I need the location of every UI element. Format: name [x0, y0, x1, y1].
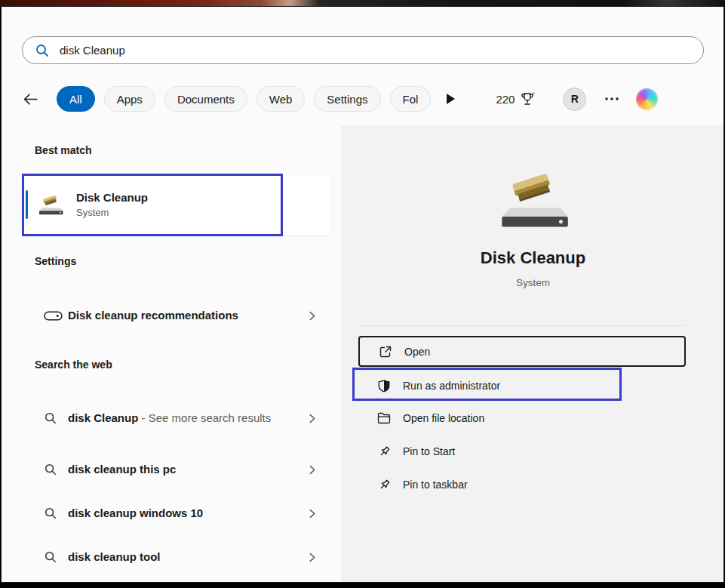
web-suggestion-item[interactable]: disk Cleanup - See more search results — [22, 396, 331, 440]
search-input[interactable] — [58, 43, 691, 57]
web-suggestion-item[interactable]: disk cleanup this pc — [22, 454, 331, 485]
filter-tabs-row: All Apps Documents Web Settings Fol 220 … — [22, 84, 704, 114]
play-icon[interactable] — [444, 92, 456, 106]
admin-shield-icon — [376, 379, 392, 393]
folder-icon — [376, 412, 392, 424]
best-match-subtitle: System — [76, 207, 148, 218]
rewards-count: 220 — [496, 93, 515, 106]
settings-result-title: Disk cleanup recommendations — [68, 305, 245, 326]
action-label: Pin to Start — [403, 445, 455, 457]
suggestion-query: disk cleanup this pc — [68, 463, 176, 476]
desktop-background — [0, 0, 725, 6]
selection-indicator — [26, 190, 28, 219]
disk-cleanup-icon — [37, 193, 64, 216]
back-arrow-icon[interactable] — [22, 91, 48, 108]
result-detail-pane: Disk Cleanup System Open — [342, 126, 723, 582]
best-match-heading: Best match — [35, 144, 91, 156]
chevron-right-icon[interactable] — [306, 413, 318, 424]
app-subtitle: System — [343, 277, 723, 288]
divider — [358, 325, 686, 326]
action-label: Open file location — [403, 412, 484, 424]
action-pin-to-taskbar[interactable]: Pin to taskbar — [358, 471, 686, 498]
tab-apps[interactable]: Apps — [104, 86, 155, 112]
best-match-title: Disk Cleanup — [76, 191, 148, 204]
results-list-pane: Best match — [2, 126, 342, 582]
suggestion-query: disk cleanup windows 10 — [68, 506, 203, 519]
best-match-item[interactable]: Disk Cleanup System — [22, 174, 331, 235]
search-icon — [44, 411, 63, 425]
search-bar[interactable] — [22, 36, 704, 64]
chevron-right-icon[interactable] — [306, 552, 318, 563]
search-results-content: Best match — [2, 126, 723, 582]
windows-search-flyout: All Apps Documents Web Settings Fol 220 … — [1, 6, 724, 583]
tab-all[interactable]: All — [57, 86, 95, 112]
search-icon — [44, 463, 63, 476]
settings-result-item[interactable]: Disk cleanup recommendations — [22, 294, 331, 337]
tab-settings[interactable]: Settings — [314, 86, 380, 112]
chevron-right-icon[interactable] — [306, 508, 318, 519]
avatar[interactable]: R — [563, 88, 586, 111]
open-external-icon — [378, 345, 393, 359]
search-the-web-heading: Search the web — [35, 359, 112, 371]
storage-drive-icon — [44, 309, 63, 322]
suggestion-query: disk Cleanup — [68, 411, 138, 424]
search-icon — [35, 43, 50, 58]
suggestion-query: disk cleanup tool — [68, 550, 161, 563]
web-suggestion-item[interactable]: disk cleanup tool — [22, 542, 331, 572]
more-options-icon[interactable] — [604, 97, 619, 101]
chevron-right-icon[interactable] — [306, 464, 318, 476]
rewards-trophy-icon — [519, 91, 536, 106]
disk-cleanup-icon-large — [343, 168, 723, 230]
copilot-icon[interactable] — [636, 88, 658, 110]
tab-documents[interactable]: Documents — [164, 86, 247, 112]
suggestion-suffix: - See more search results — [138, 411, 271, 424]
action-open-file-location[interactable]: Open file location — [358, 405, 686, 432]
settings-heading: Settings — [35, 255, 76, 267]
action-label: Open — [404, 346, 430, 358]
action-label: Run as administrator — [403, 380, 500, 392]
pin-icon — [376, 479, 392, 491]
search-icon — [44, 550, 63, 564]
pin-icon — [376, 445, 392, 458]
tab-web[interactable]: Web — [257, 86, 306, 112]
action-open[interactable]: Open — [358, 336, 686, 367]
chevron-right-icon[interactable] — [306, 310, 318, 322]
rewards-badge[interactable]: 220 — [496, 91, 536, 106]
web-suggestion-item[interactable]: disk cleanup windows 10 — [22, 498, 331, 528]
search-icon — [44, 506, 63, 520]
action-pin-to-start[interactable]: Pin to Start — [358, 438, 686, 465]
action-run-as-administrator[interactable]: Run as administrator — [358, 371, 686, 401]
tab-folders[interactable]: Fol — [390, 86, 432, 112]
action-label: Pin to taskbar — [403, 479, 468, 491]
app-title: Disk Cleanup — [343, 248, 723, 268]
